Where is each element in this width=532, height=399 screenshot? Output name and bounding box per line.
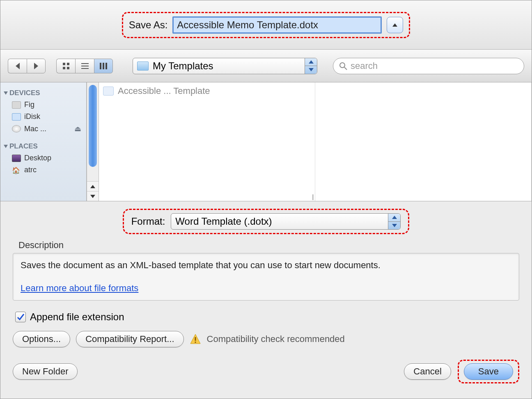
triangle-left-icon bbox=[16, 63, 20, 69]
back-button[interactable] bbox=[8, 59, 27, 73]
save-as-bar: Save As: bbox=[0, 0, 532, 50]
sidebar: DEVICES Fig iDisk Mac ... ⏏ PLACES Deskt… bbox=[0, 82, 87, 201]
disclosure-icon bbox=[4, 91, 8, 95]
disclosure-icon bbox=[4, 145, 8, 148]
append-extension-row: Append file extension bbox=[15, 311, 519, 323]
sidebar-item-label: atrc bbox=[24, 166, 37, 174]
stepper-icon bbox=[305, 58, 317, 74]
column-1[interactable]: Accessible ... Template || bbox=[99, 82, 315, 201]
svg-rect-5 bbox=[81, 66, 89, 66]
options-button[interactable]: Options... bbox=[13, 331, 70, 347]
svg-rect-8 bbox=[103, 63, 104, 69]
stepper-up-icon bbox=[392, 216, 397, 219]
format-dropdown[interactable]: Word Template (.dotx) bbox=[171, 213, 401, 230]
save-highlight: Save bbox=[458, 360, 519, 383]
sidebar-devices-header: DEVICES bbox=[4, 89, 83, 97]
svg-rect-6 bbox=[81, 68, 89, 69]
sidebar-item-label: iDisk bbox=[24, 112, 40, 121]
save-dialog: Save As: My Templates bbox=[0, 0, 532, 399]
columns-icon bbox=[100, 62, 107, 70]
save-as-highlight: Save As: bbox=[122, 12, 410, 38]
sidebar-place-atrc[interactable]: 🏠 atrc bbox=[3, 164, 84, 176]
sidebar-place-desktop[interactable]: Desktop bbox=[3, 152, 84, 164]
sidebar-scrollbar[interactable] bbox=[87, 82, 99, 201]
warning-icon bbox=[190, 333, 201, 345]
scroll-up-button[interactable] bbox=[87, 181, 99, 191]
save-as-label: Save As: bbox=[129, 19, 168, 31]
icon-view-button[interactable] bbox=[56, 59, 75, 73]
format-value: Word Template (.dotx) bbox=[175, 216, 272, 227]
compatibility-warning-text: Compatibility check recommended bbox=[207, 334, 345, 344]
svg-point-10 bbox=[340, 63, 345, 68]
svg-rect-4 bbox=[81, 63, 89, 64]
svg-rect-9 bbox=[105, 63, 107, 69]
format-highlight: Format: Word Template (.dotx) bbox=[123, 209, 410, 234]
collapse-toggle-button[interactable] bbox=[387, 17, 403, 33]
svg-rect-14 bbox=[195, 342, 196, 343]
triangle-up-icon bbox=[90, 185, 95, 188]
eject-icon[interactable]: ⏏ bbox=[74, 124, 81, 133]
sidebar-places-header: PLACES bbox=[4, 142, 83, 150]
column-view-button[interactable] bbox=[94, 59, 113, 73]
learn-more-link[interactable]: Learn more about file formats bbox=[21, 283, 138, 293]
sidebar-device-mac[interactable]: Mac ... ⏏ bbox=[3, 123, 84, 135]
cancel-button[interactable]: Cancel bbox=[404, 363, 451, 380]
grid-icon bbox=[62, 62, 70, 70]
sidebar-device-fig[interactable]: Fig bbox=[3, 99, 84, 111]
desktop-icon bbox=[12, 155, 21, 162]
stepper-up-icon bbox=[309, 60, 314, 64]
svg-rect-1 bbox=[67, 63, 69, 65]
idisk-icon bbox=[12, 113, 21, 121]
svg-rect-2 bbox=[63, 67, 65, 69]
description-text: Saves the document as an XML-based templ… bbox=[21, 260, 511, 271]
description-box: Saves the document as an XML-based templ… bbox=[13, 253, 519, 301]
options-panel: Format: Word Template (.dotx) Descriptio… bbox=[0, 201, 532, 392]
triangle-up-icon bbox=[392, 23, 397, 27]
format-row: Format: Word Template (.dotx) bbox=[13, 201, 519, 234]
sidebar-item-label: Desktop bbox=[24, 154, 51, 162]
list-icon bbox=[81, 62, 89, 70]
checkmark-icon bbox=[16, 313, 25, 321]
nav-buttons bbox=[8, 59, 46, 73]
svg-rect-3 bbox=[67, 67, 69, 69]
triangle-down-icon bbox=[90, 195, 95, 198]
view-mode-buttons bbox=[56, 59, 113, 73]
filename-input[interactable] bbox=[172, 16, 382, 34]
append-extension-label: Append file extension bbox=[30, 311, 124, 323]
folder-icon bbox=[137, 62, 149, 71]
options-buttons-row: Options... Compatibility Report... Compa… bbox=[13, 331, 519, 347]
append-extension-checkbox[interactable] bbox=[15, 312, 26, 322]
column-resize-handle[interactable]: || bbox=[312, 194, 313, 200]
drive-icon bbox=[12, 101, 21, 109]
svg-rect-0 bbox=[63, 63, 65, 65]
save-button[interactable]: Save bbox=[464, 363, 513, 380]
list-view-button[interactable] bbox=[75, 59, 94, 73]
description-label: Description bbox=[18, 240, 519, 251]
svg-rect-13 bbox=[195, 337, 196, 341]
disc-icon bbox=[12, 125, 21, 132]
triangle-right-icon bbox=[34, 63, 38, 69]
stepper-down-icon bbox=[309, 68, 314, 71]
new-folder-button[interactable]: New Folder bbox=[13, 363, 78, 380]
location-label: My Templates bbox=[153, 60, 213, 72]
file-item[interactable]: Accessible ... Template bbox=[103, 86, 311, 96]
browser-toolbar: My Templates bbox=[0, 50, 532, 82]
template-file-icon bbox=[103, 87, 114, 96]
stepper-down-icon bbox=[392, 224, 397, 227]
sidebar-device-idisk[interactable]: iDisk bbox=[3, 111, 84, 123]
svg-line-11 bbox=[344, 67, 347, 70]
svg-rect-7 bbox=[100, 63, 101, 69]
sidebar-item-label: Fig bbox=[24, 100, 34, 109]
sidebar-item-label: Mac ... bbox=[24, 125, 46, 133]
forward-button[interactable] bbox=[27, 59, 46, 73]
search-input[interactable] bbox=[351, 61, 518, 71]
search-field[interactable] bbox=[333, 58, 524, 74]
location-dropdown[interactable]: My Templates bbox=[133, 58, 317, 74]
stepper-icon bbox=[388, 214, 400, 229]
file-browser: DEVICES Fig iDisk Mac ... ⏏ PLACES Deskt… bbox=[0, 82, 532, 201]
scroll-down-button[interactable] bbox=[87, 191, 99, 201]
home-icon: 🏠 bbox=[12, 166, 21, 174]
column-2[interactable] bbox=[315, 82, 532, 201]
scroll-thumb[interactable] bbox=[89, 85, 97, 167]
compatibility-report-button[interactable]: Compatibility Report... bbox=[76, 331, 183, 347]
